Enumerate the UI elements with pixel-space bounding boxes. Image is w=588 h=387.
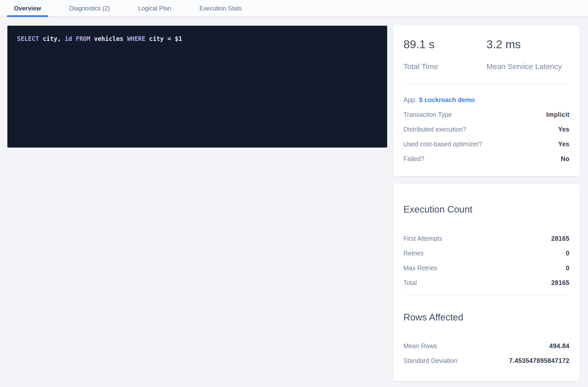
cost-based-optimizer-label: Used cost-based optimizer? bbox=[403, 139, 482, 149]
statement-details-page: Overview Diagnostics (2) Logical Plan Ex… bbox=[0, 0, 588, 387]
total-value: 28165 bbox=[551, 278, 569, 287]
tab-diagnostics[interactable]: Diagnostics (2) bbox=[62, 0, 117, 17]
total-time-stat: 89.1 s Total Time bbox=[403, 38, 486, 71]
distributed-execution-row: Distributed execution? Yes bbox=[403, 125, 569, 134]
execution-card: Execution Count First Attempts 28165 Ret… bbox=[393, 184, 580, 381]
sql-token: city, bbox=[39, 35, 65, 42]
app-row: App:$ cockroach demo bbox=[403, 95, 569, 104]
cost-based-optimizer-value: Yes bbox=[558, 139, 569, 149]
summary-divider bbox=[403, 83, 569, 84]
cost-based-optimizer-row: Used cost-based optimizer? Yes bbox=[403, 139, 569, 149]
retries-value: 0 bbox=[566, 249, 569, 258]
failed-label: Failed? bbox=[403, 154, 424, 163]
sql-token: FROM bbox=[76, 35, 90, 42]
sql-token: WHERE bbox=[127, 35, 145, 42]
retries-label: Retries bbox=[403, 249, 423, 258]
mean-service-latency-label: Mean Service Latency bbox=[486, 62, 569, 71]
summary-rows: App:$ cockroach demo Transaction Type Im… bbox=[403, 95, 569, 163]
tab-overview-label: Overview bbox=[14, 5, 41, 12]
mean-rows-label: Mean Rows bbox=[403, 341, 437, 350]
total-time-label: Total Time bbox=[403, 62, 486, 71]
transaction-type-value: Implicit bbox=[546, 110, 569, 119]
total-label: Total bbox=[403, 278, 417, 287]
app-link[interactable]: $ cockroach demo bbox=[419, 96, 475, 103]
retries-row: Retries 0 bbox=[403, 249, 569, 258]
first-attempts-row: First Attempts 28165 bbox=[403, 234, 569, 243]
distributed-execution-label: Distributed execution? bbox=[403, 125, 466, 134]
execution-count-title: Execution Count bbox=[403, 184, 569, 215]
execution-card-divider bbox=[403, 295, 569, 296]
rows-affected-title: Rows Affected bbox=[403, 312, 569, 323]
app-row-inline: App:$ cockroach demo bbox=[403, 95, 475, 104]
failed-value: No bbox=[561, 154, 569, 163]
max-retries-row: Max Retries 0 bbox=[403, 263, 569, 272]
tab-overview[interactable]: Overview bbox=[7, 0, 48, 17]
transaction-type-row: Transaction Type Implicit bbox=[403, 110, 569, 119]
sql-token: SELECT bbox=[17, 35, 39, 42]
summary-card: 89.1 s Total Time 3.2 ms Mean Service La… bbox=[393, 25, 580, 176]
failed-row: Failed? No bbox=[403, 154, 569, 163]
transaction-type-label: Transaction Type bbox=[403, 110, 452, 119]
sql-statement-text: SELECT city, id FROM vehicles WHERE city… bbox=[17, 35, 378, 43]
sql-statement-box: SELECT city, id FROM vehicles WHERE city… bbox=[7, 26, 387, 148]
tab-execution-stats-label: Execution Stats bbox=[200, 5, 242, 12]
standard-deviation-value: 7.453547895847172 bbox=[509, 356, 569, 365]
standard-deviation-label: Standard Deviation bbox=[403, 356, 458, 365]
rows-affected-rows: Mean Rows 494.84 Standard Deviation 7.45… bbox=[403, 341, 569, 365]
big-stats: 89.1 s Total Time 3.2 ms Mean Service La… bbox=[403, 25, 569, 71]
tab-diagnostics-label: Diagnostics (2) bbox=[69, 5, 110, 12]
sql-token bbox=[72, 35, 76, 42]
sql-token: city = $1 bbox=[145, 35, 182, 42]
tab-logical-plan[interactable]: Logical Plan bbox=[131, 0, 178, 17]
sql-token: id bbox=[65, 35, 72, 42]
total-time-value: 89.1 s bbox=[403, 38, 486, 51]
mean-rows-row: Mean Rows 494.84 bbox=[403, 341, 569, 350]
tab-bar: Overview Diagnostics (2) Logical Plan Ex… bbox=[0, 0, 588, 17]
tab-execution-stats[interactable]: Execution Stats bbox=[192, 0, 249, 17]
sql-token: vehicles bbox=[90, 35, 127, 42]
first-attempts-value: 28165 bbox=[551, 234, 569, 243]
execution-count-rows: First Attempts 28165 Retries 0 Max Retri… bbox=[403, 234, 569, 287]
total-row: Total 28165 bbox=[403, 278, 569, 287]
standard-deviation-row: Standard Deviation 7.453547895847172 bbox=[403, 356, 569, 365]
app-label: App: bbox=[403, 96, 416, 103]
tab-logical-plan-label: Logical Plan bbox=[138, 5, 171, 12]
first-attempts-label: First Attempts bbox=[403, 234, 442, 243]
max-retries-label: Max Retries bbox=[403, 263, 437, 272]
mean-service-latency-stat: 3.2 ms Mean Service Latency bbox=[486, 38, 569, 71]
mean-service-latency-value: 3.2 ms bbox=[486, 38, 569, 51]
distributed-execution-value: Yes bbox=[558, 125, 569, 134]
mean-rows-value: 494.84 bbox=[549, 341, 569, 350]
max-retries-value: 0 bbox=[566, 263, 569, 272]
